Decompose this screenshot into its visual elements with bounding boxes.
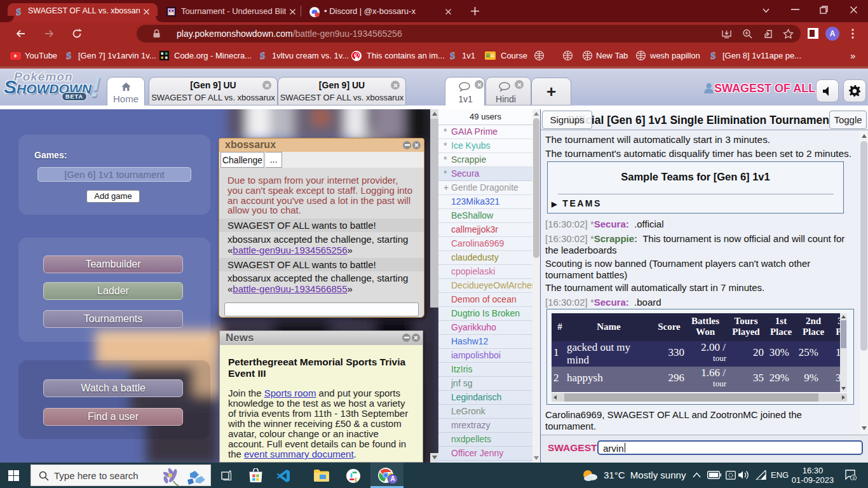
svg-text:S: S [259, 51, 266, 60]
svg-text:S: S [710, 51, 716, 60]
svg-text:S: S [449, 51, 456, 60]
svg-text:S: S [15, 7, 22, 17]
svg-text:S: S [65, 51, 72, 60]
svg-text:3: 3 [852, 476, 855, 480]
